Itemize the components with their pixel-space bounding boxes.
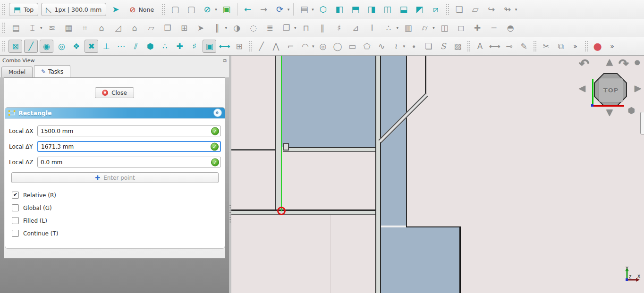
snap-angle-icon[interactable]: ❖ [70, 40, 83, 53]
coordinate-input-1[interactable]: 1671.3 mm✓ [37, 141, 221, 152]
snap-perpendicular-icon[interactable]: ⊥ [100, 40, 113, 53]
rectangle-task-header[interactable]: Rectangle « [5, 108, 225, 118]
macro-record-icon[interactable]: ● [591, 40, 604, 53]
shape-2dview-icon[interactable]: ❒ [161, 21, 175, 34]
measure-icon[interactable]: ⧄ [429, 3, 443, 16]
checkbox-2[interactable] [12, 217, 19, 224]
enter-point-button[interactable]: ✚ Enter point [11, 172, 219, 183]
snap-dimensions-icon[interactable]: ⟷ [218, 40, 231, 53]
workingplane-top-button[interactable]: ⬒Top [9, 3, 38, 16]
view-left-icon[interactable]: ◩ [413, 3, 427, 16]
arch-profile-icon-dropdown[interactable]: ▾ [225, 25, 228, 30]
arch-frame-icon[interactable]: ⊓ [299, 21, 314, 34]
section-plane-icon[interactable]: ◑ [229, 21, 244, 34]
add-component-icon[interactable]: ✚ [470, 21, 485, 34]
snap-special-icon[interactable]: ⬢ [144, 40, 157, 53]
arch-roof-icon[interactable]: ◿ [111, 21, 126, 34]
draft-arc-icon[interactable]: ◠ [299, 40, 312, 53]
nav-rotate-ccw-icon[interactable]: ↶ [579, 57, 589, 71]
tab-tasks[interactable]: ✎ Tasks [34, 65, 70, 77]
building-part-icon[interactable]: ⌂ [94, 21, 109, 34]
snap-near-icon[interactable]: ∴ [159, 40, 171, 53]
draft-polygon-icon[interactable]: ⬠ [361, 40, 373, 53]
draft-bspline-icon[interactable]: ∿ [375, 40, 388, 53]
share-icon-dropdown[interactable]: ▾ [515, 7, 517, 12]
arch-rebar-icon[interactable]: ≋ [45, 21, 59, 34]
box-selection-icon[interactable]: ▣ [220, 3, 234, 16]
drawing-view-icon[interactable]: ▱ [144, 21, 159, 34]
draft-polyline-icon[interactable]: ⋀ [270, 40, 282, 53]
nav-mini-cube-icon[interactable]: ⬢ [628, 106, 635, 115]
view-bottom-icon[interactable]: ⬓ [397, 3, 411, 16]
view-rear-icon[interactable]: ◫ [381, 3, 395, 16]
draft-bezier-icon-dropdown[interactable]: ▾ [403, 44, 406, 49]
arch-panel-icon[interactable]: ❐ [279, 21, 294, 34]
clear-selection-icon[interactable]: ⊘ [200, 3, 214, 16]
arch-stairs-icon[interactable]: ≣ [263, 21, 277, 34]
redo-icon[interactable]: → [257, 3, 271, 16]
cut-icon[interactable]: ✂ [540, 40, 552, 53]
arch-structure-icon[interactable]: ⌶ [25, 21, 40, 34]
selection-back-icon[interactable]: ▢ [168, 3, 182, 16]
cutplane-a-icon[interactable]: ◫ [437, 21, 452, 34]
arch-wall-icon[interactable]: ▤ [8, 21, 23, 34]
view-fit-icon[interactable]: ⟳ [273, 3, 287, 16]
arch-truss-icon[interactable]: ⊿ [348, 21, 363, 34]
draft-fillet-icon[interactable]: ⌐ [284, 40, 297, 53]
arch-site-icon[interactable]: ◌ [246, 21, 261, 34]
part-icon[interactable]: ❏ [452, 3, 466, 16]
arch-profile-icon[interactable]: ‖ [210, 21, 225, 34]
snap-center-icon[interactable]: ◎ [55, 40, 68, 53]
snap-lock-icon[interactable]: ⊠ [8, 40, 22, 53]
axonometric-view-icon[interactable]: ⬡ [316, 3, 330, 16]
snap-parallel-icon[interactable]: ⫽ [129, 40, 142, 53]
view-front-icon[interactable]: ◧ [332, 3, 347, 16]
snap-cursor-icon[interactable]: ➤ [109, 3, 123, 16]
draft-ellipse-icon[interactable]: ◯ [331, 40, 344, 53]
collapse-section-icon[interactable]: « [213, 109, 222, 117]
checkbox-0[interactable]: ✔ [12, 192, 19, 199]
linewidth-scale-button[interactable]: ◺1px | 300.0 mm [41, 3, 106, 16]
bim-setup-icon[interactable]: ◓ [503, 21, 518, 34]
draft-text-icon[interactable]: A [474, 40, 486, 53]
snap-midpoint-icon[interactable]: ◉ [40, 40, 53, 53]
view-fit-icon-dropdown[interactable]: ▾ [288, 7, 290, 12]
snap-endpoint-icon[interactable]: ╱ [24, 40, 38, 53]
grid-toggle-icon[interactable]: ⊞ [233, 40, 246, 53]
draft-line-icon[interactable]: ╱ [255, 40, 268, 53]
snap-extension-icon[interactable]: ⋯ [115, 40, 127, 53]
arch-fence-icon[interactable]: ♯ [332, 21, 347, 34]
close-button[interactable]: ✖ Close [95, 87, 134, 98]
undo-icon[interactable]: ← [241, 3, 255, 16]
snap-grid-icon[interactable]: ♯ [188, 40, 201, 53]
remove-component-icon[interactable]: ─ [487, 21, 501, 34]
arch-pipe-icon-dropdown[interactable]: ▾ [432, 25, 435, 30]
draft-label-icon[interactable]: ⊸ [503, 40, 516, 53]
view-top-icon[interactable]: ⬒ [348, 3, 363, 16]
share-icon[interactable]: ↬ [500, 3, 515, 16]
draft-hatch-icon[interactable]: ▨ [451, 40, 464, 53]
view-right-icon[interactable]: ◨ [364, 3, 379, 16]
draft-shapestring-icon[interactable]: S [437, 40, 449, 53]
arch-window-icon[interactable]: ⊞ [177, 21, 192, 34]
cutplane-b-icon[interactable]: ◻ [454, 21, 468, 34]
arch-structure-icon-dropdown[interactable]: ▾ [40, 25, 42, 30]
nav-arrow-left-icon[interactable]: ◀ [579, 83, 585, 93]
nav-arrow-up-icon[interactable]: ▲ [606, 57, 613, 67]
checkbox-1[interactable] [12, 204, 19, 211]
arch-schedule-icon[interactable]: ▥ [401, 21, 415, 34]
snap-ortho-icon[interactable]: ✚ [173, 40, 186, 53]
open-folder-icon[interactable]: ▱ [468, 3, 483, 16]
snap-workingplane-icon[interactable]: ▣ [203, 40, 216, 53]
arch-beam-set-icon[interactable]: ∥ [315, 21, 330, 34]
draft-bezier-icon[interactable]: ≀ [390, 40, 403, 53]
checkbox-3[interactable] [12, 230, 19, 237]
export-icon[interactable]: ↪ [484, 3, 499, 16]
float-panel-icon[interactable]: ⧉ [223, 58, 227, 64]
draw-style-icon[interactable]: ▤ [297, 3, 311, 16]
nav-sphere-icon[interactable]: ● [635, 59, 640, 66]
toolbar-overflow2-icon[interactable]: » [606, 40, 619, 53]
autogroup-none-button[interactable]: ⊘None [125, 3, 158, 16]
paste-icon[interactable]: ⧉ [554, 40, 567, 53]
draft-arc-icon-dropdown[interactable]: ▾ [312, 44, 314, 49]
